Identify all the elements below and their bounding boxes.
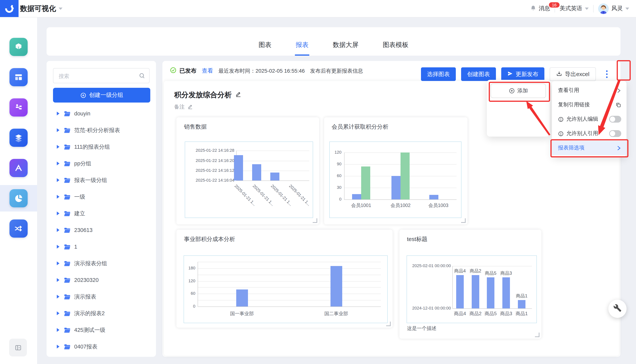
- tree-expand-caret[interactable]: [57, 245, 60, 248]
- chart-plot-area: 1209060300会员1001会员1002会员1003: [329, 142, 461, 218]
- edit-title-icon[interactable]: [235, 91, 242, 99]
- export-excel-button[interactable]: 导出excel: [550, 67, 596, 81]
- tree-item-20230320[interactable]: 20230320: [47, 272, 156, 288]
- wrench-icon: [613, 304, 621, 314]
- create-group-button[interactable]: 创建一级分组: [53, 88, 150, 102]
- tree-expand-caret[interactable]: [57, 262, 60, 265]
- folder-icon: [64, 111, 71, 116]
- rail-item-layout[interactable]: [0, 64, 37, 90]
- rail-item-shuffle[interactable]: [0, 215, 37, 242]
- info-icon: [558, 131, 564, 136]
- resize-handle[interactable]: [313, 218, 317, 223]
- tree-expand-caret[interactable]: [57, 112, 60, 116]
- tree-expand-caret[interactable]: [57, 295, 60, 298]
- search-icon: [139, 72, 145, 80]
- bar-value-label: 商品1: [516, 293, 527, 299]
- x-tick-label: 会员1001: [351, 202, 371, 209]
- resize-handle[interactable]: [535, 332, 539, 337]
- language-selector[interactable]: 美式英语: [559, 5, 589, 12]
- tree-expand-caret[interactable]: [57, 212, 60, 215]
- tree-item-报表一级分组[interactable]: 报表一级分组: [47, 172, 156, 188]
- tab-图表模板[interactable]: 图表模板: [382, 40, 409, 56]
- folder-icon: [64, 127, 71, 133]
- rail-item-pie[interactable]: [0, 185, 37, 212]
- tree-item-建立[interactable]: 建立: [47, 205, 156, 222]
- search-input[interactable]: [58, 69, 139, 83]
- rail-item-orgchart[interactable]: [0, 94, 37, 121]
- tree-item-label: 建立: [74, 210, 85, 217]
- resize-handle[interactable]: [461, 218, 466, 223]
- tree-item-范范-积分分析报表[interactable]: 范范-积分分析报表: [47, 122, 156, 138]
- tree-expand-caret[interactable]: [57, 195, 60, 199]
- chevron-right-icon: [617, 146, 621, 150]
- folder-icon: [64, 260, 71, 266]
- tree-item-演示报表分组[interactable]: 演示报表分组: [47, 255, 156, 272]
- menu-item-查看引用[interactable]: 查看引用: [552, 83, 626, 98]
- chart-card-2: 会员累计获取积分分析1209060300会员1001会员1002会员1003: [324, 117, 467, 224]
- bar-value-label: 商品2: [470, 268, 481, 274]
- chart-title: 事业部积分成本分析: [184, 236, 235, 243]
- tree-item-演示的报表2[interactable]: 演示的报表2: [47, 305, 156, 322]
- tree-expand-caret[interactable]: [57, 312, 60, 315]
- user-menu[interactable]: 风灵: [598, 3, 629, 14]
- tab-报表[interactable]: 报表: [295, 40, 309, 56]
- add-popup: 添加: [487, 80, 550, 136]
- tree-expand-caret[interactable]: [57, 278, 60, 282]
- bar: [472, 275, 479, 308]
- settings-fab[interactable]: [608, 300, 626, 318]
- ai-app-icon: [10, 159, 28, 177]
- rail-item-layers[interactable]: [0, 124, 37, 151]
- tree-expand-caret[interactable]: [57, 345, 60, 348]
- note-label: 备注: [174, 104, 185, 110]
- gridline: [198, 294, 381, 294]
- bar: [270, 172, 279, 180]
- app-logo-icon[interactable]: [0, 0, 19, 17]
- tree-expand-caret[interactable]: [57, 145, 60, 149]
- tree-item-111的报表分组[interactable]: 111的报表分组: [47, 138, 156, 155]
- edit-note-icon[interactable]: [187, 104, 193, 110]
- product-switcher[interactable]: 数据可视化: [20, 0, 63, 17]
- tree-item-label: 演示报表分组: [74, 260, 107, 267]
- add-button[interactable]: 添加: [491, 84, 546, 98]
- tree-item-pp分组[interactable]: pp分组: [47, 155, 156, 172]
- menu-item-label: 查看引用: [558, 87, 579, 94]
- more-actions-button[interactable]: [601, 67, 612, 81]
- y-tick-label: 2025-02-01 00:00:00: [407, 263, 451, 268]
- tree-expand-caret[interactable]: [57, 178, 60, 182]
- tree-expand-caret[interactable]: [57, 128, 60, 132]
- app-root: 数据可视化 消息 16 美式英语: [0, 0, 636, 364]
- cube-app-icon: [10, 38, 28, 56]
- toggle-switch[interactable]: [609, 116, 621, 122]
- tree-expand-caret[interactable]: [57, 228, 60, 232]
- menu-item-报表筛选项[interactable]: 报表筛选项: [552, 141, 626, 155]
- x-tick-label: 国一事业部: [230, 311, 254, 317]
- messages-button[interactable]: 消息 16: [530, 5, 550, 12]
- tree-item-douyin[interactable]: douyin: [47, 105, 156, 122]
- rail-item-cube[interactable]: [0, 34, 37, 60]
- bar: [361, 166, 370, 200]
- menu-item-复制引用链接[interactable]: 复制引用链接: [552, 98, 626, 112]
- toggle-switch[interactable]: [609, 130, 621, 137]
- update-publish-button[interactable]: 更新发布: [501, 67, 544, 81]
- rail-item-ai[interactable]: [0, 155, 37, 181]
- tree-item-0407报表[interactable]: 0407报表: [47, 338, 156, 355]
- create-chart-button[interactable]: 创建图表: [461, 67, 496, 81]
- search-box: [53, 68, 150, 83]
- tree-item-1[interactable]: 1: [47, 238, 156, 255]
- menu-item-允许别人编辑[interactable]: 允许别人编辑: [552, 112, 626, 126]
- menu-item-允许别人引用[interactable]: 允许别人引用: [552, 126, 626, 141]
- tree-expand-caret[interactable]: [57, 162, 60, 165]
- chart-title: test标题: [407, 236, 427, 243]
- tree-expand-caret[interactable]: [57, 328, 60, 332]
- tree-item-一级[interactable]: 一级: [47, 188, 156, 205]
- view-link[interactable]: 查看: [202, 67, 213, 74]
- axis-line: [198, 306, 381, 307]
- tree-item-230613[interactable]: 230613: [47, 222, 156, 238]
- x-tick-label: 商品2: [469, 311, 481, 317]
- tab-图表[interactable]: 图表: [258, 40, 272, 56]
- select-chart-button[interactable]: 选择图表: [421, 67, 456, 81]
- tree-item-演示报表[interactable]: 演示报表: [47, 288, 156, 305]
- tab-数据大屏[interactable]: 数据大屏: [332, 40, 359, 56]
- tree-item-425测试一级[interactable]: 425测试一级: [47, 322, 156, 338]
- collapse-sidebar-button[interactable]: [9, 339, 27, 356]
